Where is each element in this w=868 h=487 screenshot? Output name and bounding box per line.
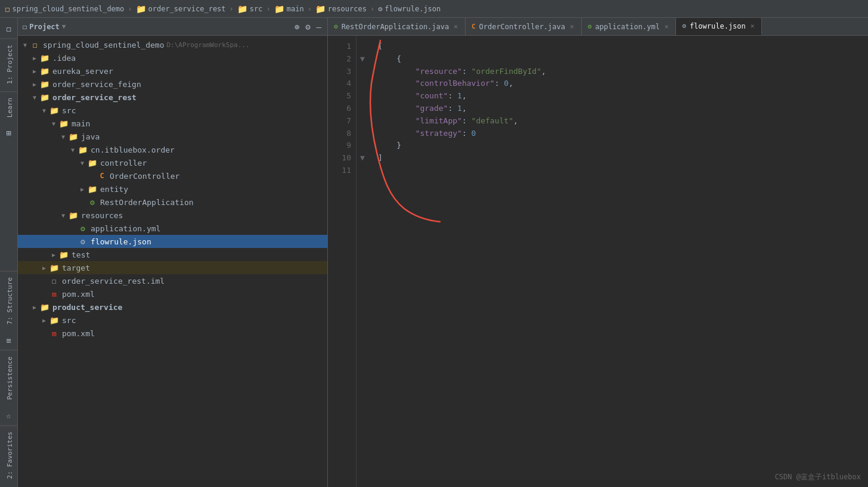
tree-item-resources[interactable]: ▼ 📁 resources <box>18 209 327 222</box>
arrow-eureka: ▶ <box>30 68 39 75</box>
spring-icon: ⚙ <box>87 198 98 207</box>
ln-7: 7 <box>337 115 351 128</box>
gutter-4 <box>356 77 368 90</box>
locate-button[interactable]: ⊕ <box>293 21 300 33</box>
tab-rest-order-app[interactable]: ⚙ RestOrderApplication.java ✕ <box>328 18 466 35</box>
breadcrumb-folder-3[interactable]: main <box>287 5 304 13</box>
vtab-learn[interactable]: Learn <box>0 91 17 123</box>
tree-item-eureka[interactable]: ▶ 📁 eureka_server <box>18 64 327 77</box>
tab-icon-order-controller: C <box>472 23 476 30</box>
tree-item-rest-app[interactable]: ▶ ⚙ RestOrderApplication <box>18 196 327 209</box>
arrow-idea: ▶ <box>30 55 39 61</box>
folder-icon-src: 📁 <box>49 106 60 115</box>
folder-icon-idea: 📁 <box>39 54 50 63</box>
side-icon-mid[interactable]: ⊞ <box>1 125 17 141</box>
tree-item-pom-order[interactable]: ▶ m pom.xml <box>18 287 327 300</box>
ln-8: 8 <box>337 128 351 140</box>
vtab-persistence[interactable]: Persistence <box>0 350 17 406</box>
gutter-10[interactable]: ▼ <box>356 152 368 165</box>
tree-item-java[interactable]: ▼ 📁 java <box>18 130 327 143</box>
label-rest-app: RestOrderApplication <box>100 198 194 207</box>
tree-item-target[interactable]: ▶ 📁 target <box>18 261 327 274</box>
tree-item-flowrule[interactable]: ▶ ⚙ flowrule.json <box>18 235 327 248</box>
ln-9: 9 <box>337 139 351 152</box>
panel-dropdown-arrow[interactable]: ▼ <box>62 23 66 30</box>
tree-item-pom-root[interactable]: ▶ m pom.xml <box>18 327 327 340</box>
arrow-test: ▶ <box>49 252 58 258</box>
tree-item-package[interactable]: ▼ 📁 cn.itbluebox.order <box>18 143 327 156</box>
ln-1: 1 <box>337 41 351 53</box>
tree-item-src[interactable]: ▼ 📁 src <box>18 104 327 117</box>
settings-button[interactable]: ⚙ <box>304 21 311 33</box>
tree-item-feign[interactable]: ▶ 📁 order_service_feign <box>18 77 327 91</box>
arrow-package: ▼ <box>68 147 78 153</box>
folder-icon-target: 📁 <box>49 263 60 272</box>
code-line-1: [ <box>378 41 858 53</box>
iml-icon: ◻ <box>49 277 60 286</box>
gutter-2[interactable]: ▼ <box>356 53 368 66</box>
gutter: ▼ ▼ <box>356 36 368 487</box>
tab-close-rest-order-app[interactable]: ✕ <box>452 23 459 30</box>
breadcrumb-file-icon: ⚙ <box>378 5 382 13</box>
gutter-7 <box>356 115 368 128</box>
label-target: target <box>62 263 90 272</box>
side-icon-bottom1[interactable]: ≡ <box>1 332 17 349</box>
code-line-8: "strategy": 0 <box>378 128 858 140</box>
gutter-9 <box>356 139 368 152</box>
code-area[interactable]: [ { "resource": "orderFindById", "contro… <box>368 36 868 487</box>
code-line-9: } <box>378 139 858 152</box>
ln-5: 5 <box>337 90 351 103</box>
label-eureka: eureka_server <box>52 67 113 76</box>
breadcrumb-folder-4[interactable]: resources <box>328 5 367 13</box>
breadcrumb-folder-2[interactable]: src <box>250 5 263 13</box>
tree-item-controller-folder[interactable]: ▼ 📁 controller <box>18 156 327 169</box>
tab-close-order-controller[interactable]: ✕ <box>569 23 575 30</box>
tree-item-application-yml[interactable]: ▶ ⚙ application.yml <box>18 222 327 235</box>
tree-item-main[interactable]: ▼ 📁 main <box>18 117 327 130</box>
tree-item-entity[interactable]: ▶ 📁 entity <box>18 182 327 196</box>
tab-icon-flowrule-json: ⚙ <box>682 22 686 30</box>
tree-item-order-controller[interactable]: ▶ C OrderController <box>18 169 327 182</box>
tree-item-product[interactable]: ▶ 📁 product_service <box>18 300 327 314</box>
watermark: CSDN @蓝盒子itbluebox <box>775 472 861 482</box>
minimize-button[interactable]: — <box>315 21 323 33</box>
vtab-project[interactable]: 1: Project <box>0 38 17 90</box>
tree-item-test[interactable]: ▶ 📁 test <box>18 248 327 261</box>
tree-item-rest[interactable]: ▼ 📁 order_service_rest <box>18 91 327 104</box>
label-iml: order_service_rest.iml <box>62 277 165 286</box>
folder-icon-package: 📁 <box>78 145 88 154</box>
code-line-7: "limitApp": "default", <box>378 115 858 128</box>
breadcrumb-project[interactable]: spring_cloud_sentinel_demo <box>12 5 124 13</box>
label-src2: src <box>62 316 76 325</box>
tab-order-controller[interactable]: C OrderController.java ✕ <box>466 18 582 35</box>
folder-icon-test: 📁 <box>58 250 69 259</box>
tree-item-iml[interactable]: ▶ ◻ order_service_rest.iml <box>18 274 327 287</box>
tab-close-application-yml[interactable]: ✕ <box>664 23 670 30</box>
breadcrumb-file[interactable]: flowrule.json <box>385 5 441 13</box>
arrow-target: ▶ <box>39 265 49 271</box>
tab-flowrule-json[interactable]: ⚙ flowrule.json ✕ <box>676 18 762 35</box>
code-line-11 <box>378 165 858 177</box>
vtab-favorites[interactable]: 2: Favorites <box>0 425 17 485</box>
tab-icon-application-yml: ⚙ <box>588 23 592 30</box>
folder-icon-main: 📁 <box>58 119 69 128</box>
tree-item-idea[interactable]: ▶ 📁 .idea <box>18 51 327 64</box>
label-pom-order: pom.xml <box>62 290 95 299</box>
ln-2: 2 <box>337 53 351 66</box>
side-panel-tabs: ◻ 1: Project Learn ⊞ 7: Structure ≡ Pers… <box>0 18 18 487</box>
gutter-8 <box>356 128 368 140</box>
tab-application-yml[interactable]: ⚙ application.yml ✕ <box>582 18 677 35</box>
ln-11: 11 <box>337 165 351 177</box>
folder-icon: ◻ <box>23 23 27 31</box>
java-class-icon: C <box>97 172 107 180</box>
side-icon-top[interactable]: ◻ <box>1 20 17 37</box>
vtab-structure[interactable]: 7: Structure <box>0 271 17 330</box>
label-application-yml: application.yml <box>91 224 160 233</box>
breadcrumb-folder-1[interactable]: order_service_rest <box>148 5 226 13</box>
side-icon-bottom2[interactable]: ☆ <box>1 407 17 424</box>
tree-item-src2[interactable]: ▶ 📁 src <box>18 314 327 327</box>
tree-root[interactable]: ▼ ◻ spring_cloud_sentinel_demo D:\AProgr… <box>18 38 327 51</box>
tab-close-flowrule-json[interactable]: ✕ <box>749 22 756 30</box>
code-editor[interactable]: 1 2 3 4 5 6 7 8 9 10 11 ▼ <box>328 36 868 487</box>
gutter-3 <box>356 66 368 78</box>
